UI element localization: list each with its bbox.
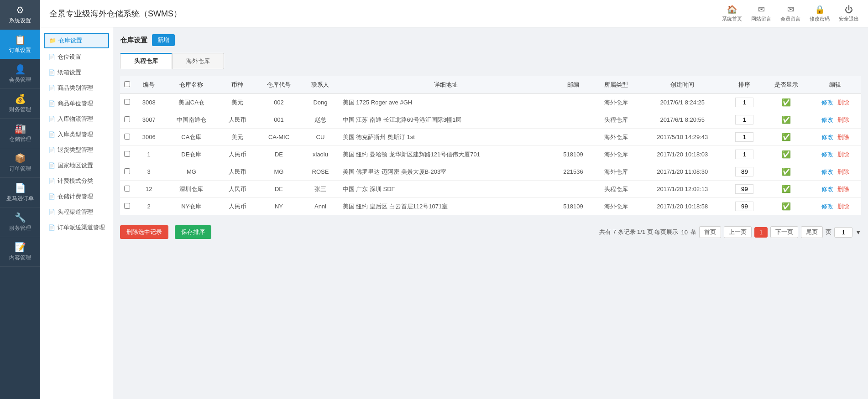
col-contact: 联系人 — [302, 76, 339, 94]
nav-item-warehouse-settings[interactable]: 📁 仓库设置 — [44, 33, 109, 48]
cell-address: 美国 1725 Roger ave #GH — [339, 94, 553, 111]
sidebar-item-warehouse-management[interactable]: 🏭 仓储管理 — [0, 119, 40, 148]
row-checkbox[interactable] — [124, 116, 130, 122]
sidebar-item-order-management[interactable]: 📦 订单管理 — [0, 148, 40, 178]
delete-selected-button[interactable]: 删除选中记录 — [120, 225, 168, 239]
nav-item-position-settings[interactable]: 📄 仓位设置 — [40, 49, 113, 65]
cell-edit: 修改 删除 — [810, 146, 862, 163]
sidebar-item-system-settings[interactable]: ⚙ 系统设置 — [0, 0, 40, 30]
cell-code: 001 — [256, 111, 302, 129]
cell-contact: 赵总 — [302, 111, 339, 129]
edit-link[interactable]: 修改 — [821, 116, 833, 123]
sort-input[interactable] — [735, 115, 753, 124]
save-sort-button[interactable]: 保存排序 — [175, 225, 211, 239]
display-status-icon: ✅ — [782, 133, 791, 141]
cell-postal: 518109 — [553, 146, 593, 163]
tab-overseas-warehouse[interactable]: 海外仓库 — [172, 53, 224, 69]
nav-item-return-type[interactable]: 📄 退货类型管理 — [40, 142, 113, 158]
delete-link[interactable]: 删除 — [837, 203, 849, 210]
nav-item-product-unit[interactable]: 📄 商品单位管理 — [40, 96, 113, 111]
delete-link[interactable]: 删除 — [837, 134, 849, 140]
edit-link[interactable]: 修改 — [821, 203, 833, 210]
cell-code: 002 — [256, 94, 302, 111]
edit-link[interactable]: 修改 — [821, 99, 833, 106]
row-checkbox[interactable] — [124, 134, 130, 140]
delete-link[interactable]: 删除 — [837, 186, 849, 192]
select-all-checkbox[interactable] — [124, 81, 130, 87]
nav-item-dispatch-channel[interactable]: 📄 订单派送渠道管理 — [40, 220, 113, 235]
dropdown-icon: ▼ — [855, 229, 861, 236]
nav-item-inbound-logistics[interactable]: 📄 入库物流管理 — [40, 111, 113, 127]
cell-sort — [726, 163, 763, 181]
cell-edit: 修改 删除 — [810, 94, 862, 111]
cell-currency: 人民币 — [219, 198, 256, 215]
sidebar-item-service-management[interactable]: 🔧 服务管理 — [0, 207, 40, 237]
main-area: 全景专业级海外仓储系统（SWMS） 🏠 系统首页 ✉ 网站留言 ✉ 会员留言 🔒… — [40, 0, 868, 399]
delete-link[interactable]: 删除 — [837, 168, 849, 175]
site-message-button[interactable]: ✉ 网站留言 — [751, 5, 771, 22]
delete-link[interactable]: 删除 — [837, 99, 849, 106]
nav-item-head-channel[interactable]: 📄 头程渠道管理 — [40, 204, 113, 220]
edit-link[interactable]: 修改 — [821, 151, 833, 158]
delete-link[interactable]: 删除 — [837, 151, 849, 158]
cell-name: 深圳仓库 — [164, 181, 219, 198]
row-checkbox[interactable] — [124, 168, 130, 174]
tab-bar: 头程仓库 海外仓库 — [120, 53, 861, 69]
cell-display: ✅ — [763, 94, 810, 111]
home-label: 系统首页 — [722, 16, 742, 22]
edit-link[interactable]: 修改 — [821, 186, 833, 192]
col-name: 仓库名称 — [164, 76, 219, 94]
sidebar-item-amazon-order[interactable]: 📄 亚马逊订单 — [0, 178, 40, 207]
next-page-button[interactable]: 下一页 — [770, 226, 798, 238]
nav-inbound-icon: 📄 — [48, 131, 55, 138]
nav-item-product-category[interactable]: 📄 商品类别管理 — [40, 80, 113, 96]
home-button[interactable]: 🏠 系统首页 — [722, 5, 742, 22]
prev-page-button[interactable]: 上一页 — [724, 226, 752, 238]
row-checkbox[interactable] — [124, 186, 130, 192]
last-page-button[interactable]: 尾页 — [801, 226, 823, 238]
change-password-button[interactable]: 🔒 修改密码 — [810, 5, 830, 22]
nav-item-country-region[interactable]: 📄 国家地区设置 — [40, 158, 113, 173]
logout-button[interactable]: ⏻ 安全退出 — [839, 5, 859, 22]
delete-link[interactable]: 删除 — [837, 116, 849, 123]
cell-created: 2017/6/1 8:20:55 — [639, 111, 726, 129]
sort-input[interactable] — [735, 150, 753, 159]
sort-input[interactable] — [735, 184, 753, 194]
row-checkbox[interactable] — [124, 99, 130, 105]
table-row: 12 深圳仓库 人民币 DE 张三 中国 广东 深圳 SDF 头程仓库 2017… — [120, 181, 861, 198]
cell-postal — [553, 129, 593, 146]
row-checkbox[interactable] — [124, 203, 130, 209]
new-button[interactable]: 新增 — [152, 34, 175, 46]
sidebar-item-member-management[interactable]: 👤 会员管理 — [0, 59, 40, 89]
bottom-bar: 删除选中记录 保存排序 共有 7 条记录 1/1 页 每页展示 10 条 首页 … — [120, 220, 861, 239]
nav-item-billing-mode[interactable]: 📄 计费模式分类 — [40, 173, 113, 189]
nav-item-inbound-type[interactable]: 📄 入库类型管理 — [40, 127, 113, 142]
sort-input[interactable] — [735, 98, 753, 107]
edit-link[interactable]: 修改 — [821, 134, 833, 140]
sort-input[interactable] — [735, 132, 753, 142]
sidebar-item-finance-management[interactable]: 💰 财务管理 — [0, 89, 40, 119]
cell-code: MG — [256, 163, 302, 181]
edit-link[interactable]: 修改 — [821, 168, 833, 175]
tab-head-warehouse[interactable]: 头程仓库 — [120, 53, 172, 69]
nav-item-warehouse-billing[interactable]: 📄 仓储计费管理 — [40, 189, 113, 204]
sidebar-label: 订单设置 — [9, 47, 31, 54]
cell-address: 美国 纽约 曼哈顿 龙华新区建辉路121号信伟大厦701 — [339, 146, 553, 163]
sort-input[interactable] — [735, 202, 753, 211]
member-message-button[interactable]: ✉ 会员留言 — [780, 5, 800, 22]
sidebar-item-order-settings[interactable]: 📋 订单设置 — [0, 30, 40, 59]
sort-input[interactable] — [735, 167, 753, 176]
sidebar-item-content-management[interactable]: 📝 内容管理 — [0, 237, 40, 267]
cell-created: 2017/1/20 11:08:30 — [639, 163, 726, 181]
nav-item-carton-settings[interactable]: 📄 纸箱设置 — [40, 65, 113, 80]
display-status-icon: ✅ — [782, 168, 791, 176]
cell-display: ✅ — [763, 163, 810, 181]
current-page-button[interactable]: 1 — [754, 227, 768, 238]
cell-sort — [726, 146, 763, 163]
cell-address: 美国 德克萨斯州 奥斯汀 1st — [339, 129, 553, 146]
first-page-button[interactable]: 首页 — [699, 226, 721, 238]
row-checkbox[interactable] — [124, 151, 130, 157]
col-postal: 邮编 — [553, 76, 593, 94]
jump-page-input[interactable] — [834, 227, 852, 238]
cell-code: CA-MIC — [256, 129, 302, 146]
